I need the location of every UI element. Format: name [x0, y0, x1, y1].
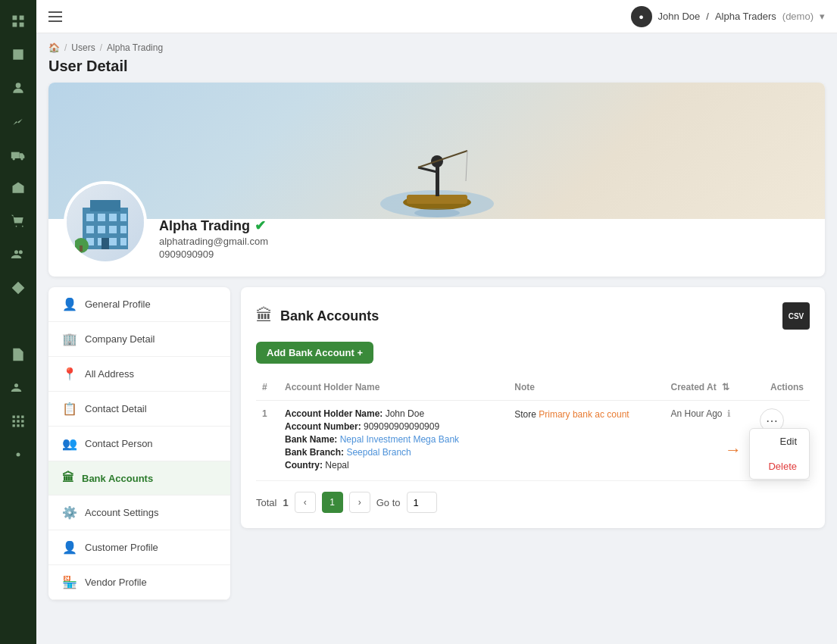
- nav-label-vendor-profile: Vendor Profile: [85, 577, 147, 588]
- breadcrumb: 🏠 / Users / Alpha Trading: [48, 42, 825, 53]
- content-wrapper: 🏠 / Users / Alpha Trading User Detail: [36, 33, 837, 644]
- svg-rect-25: [21, 420, 23, 422]
- main-area: ● John Doe / Alpha Traders (demo) ▾ 🏠 / …: [36, 0, 837, 644]
- svg-point-8: [20, 158, 23, 160]
- svg-point-11: [14, 250, 18, 254]
- svg-rect-24: [17, 420, 19, 422]
- left-nav: 👤General Profile🏢Company Detail📍All Addr…: [48, 287, 230, 600]
- svg-rect-28: [21, 424, 23, 427]
- panel-title: Bank Accounts: [280, 308, 379, 324]
- sidebar-icon-user[interactable]: [5, 74, 32, 102]
- svg-point-9: [16, 226, 17, 227]
- total-count: 1: [283, 497, 288, 508]
- sidebar-icon-dashboard[interactable]: [5, 8, 32, 35]
- nav-label-company-detail: Company Detail: [85, 333, 155, 345]
- sidebar-item-customer-profile[interactable]: 👤Customer Profile: [48, 530, 230, 565]
- svg-rect-44: [120, 214, 126, 221]
- top-bar-right: ● John Doe / Alpha Traders (demo) ▾: [631, 6, 825, 27]
- svg-rect-21: [17, 416, 19, 418]
- sidebar-item-all-address[interactable]: 📍All Address: [48, 357, 230, 392]
- row-holder-details: Account Holder Name: John Doe Account Nu…: [279, 401, 508, 481]
- sidebar-item-company-detail[interactable]: 🏢Company Detail: [48, 322, 230, 357]
- svg-point-4: [16, 83, 21, 88]
- user-dropdown-caret[interactable]: ▾: [820, 11, 825, 22]
- edit-menu-item[interactable]: Edit: [750, 429, 809, 454]
- sidebar-item-general-profile[interactable]: 👤General Profile: [48, 287, 230, 322]
- sidebar-icon-box[interactable]: [5, 174, 32, 202]
- sidebar-icon-settings[interactable]: [5, 441, 32, 468]
- nav-label-general-profile: General Profile: [85, 299, 151, 310]
- svg-rect-46: [98, 226, 105, 233]
- total-label: Total: [256, 497, 276, 508]
- sidebar-item-bank-accounts[interactable]: 🏛Bank Accounts: [48, 461, 230, 496]
- nav-label-contact-person: Contact Person: [85, 438, 153, 449]
- svg-rect-53: [102, 238, 109, 249]
- two-col-layout: 👤General Profile🏢Company Detail📍All Addr…: [48, 287, 825, 600]
- separator: /: [706, 11, 709, 22]
- svg-rect-40: [90, 200, 120, 211]
- row-note: Store Primary bank ac count: [508, 401, 664, 481]
- col-note: Note: [508, 374, 664, 401]
- col-num: #: [256, 374, 279, 401]
- svg-rect-55: [80, 245, 83, 252]
- svg-point-13: [17, 286, 19, 289]
- row-num: 1: [256, 401, 279, 481]
- bank-icon: 🏛: [256, 306, 273, 326]
- svg-rect-2: [13, 23, 17, 27]
- svg-line-35: [418, 167, 437, 172]
- sidebar-icon-list[interactable]: [5, 308, 32, 335]
- sidebar-item-contact-person[interactable]: 👥Contact Person: [48, 427, 230, 461]
- sidebar-icon-users-plus[interactable]: [5, 374, 32, 402]
- sidebar-item-vendor-profile[interactable]: 🏪Vendor Profile: [48, 565, 230, 600]
- breadcrumb-home[interactable]: 🏠: [48, 42, 60, 53]
- profile-text: Alpha Trading ✔ alphatrading@gmail.com 0…: [159, 217, 268, 264]
- next-page-button[interactable]: ›: [349, 492, 370, 513]
- sidebar-icon-cart[interactable]: [5, 208, 32, 235]
- nav-icon-general-profile: 👤: [62, 297, 77, 311]
- svg-point-7: [13, 158, 15, 160]
- breadcrumb-users[interactable]: Users: [71, 42, 95, 53]
- svg-rect-42: [98, 214, 105, 221]
- svg-marker-6: [20, 153, 25, 158]
- sidebar-icon-chart[interactable]: [5, 108, 32, 135]
- breadcrumb-current: Alpha Trading: [107, 42, 163, 53]
- info-icon[interactable]: ℹ: [727, 408, 731, 419]
- user-avatar: ●: [631, 6, 652, 27]
- add-bank-account-button[interactable]: Add Bank Account +: [256, 342, 373, 364]
- col-holder: Account Holder Name: [279, 374, 508, 401]
- sort-icon[interactable]: ⇅: [722, 382, 729, 392]
- nav-icon-customer-profile: 👤: [62, 540, 77, 555]
- sidebar-icon-grid[interactable]: [5, 408, 32, 435]
- pagination-row: Total 1 ‹ 1 › Go to: [256, 492, 810, 513]
- svg-point-10: [22, 226, 23, 227]
- panel-header: 🏛 Bank Accounts CSV: [256, 302, 810, 330]
- actions-dropdown: Edit Delete: [749, 428, 810, 480]
- nav-icon-all-address: 📍: [62, 367, 77, 381]
- svg-line-37: [466, 151, 467, 181]
- sidebar-icon-file[interactable]: [5, 341, 32, 368]
- svg-rect-22: [21, 416, 23, 418]
- right-panel: 🏛 Bank Accounts CSV Add Bank Account + #…: [241, 287, 825, 528]
- svg-rect-23: [13, 420, 15, 422]
- sidebar-icon-tag[interactable]: [5, 274, 32, 302]
- sidebar-icon-book[interactable]: [5, 41, 32, 68]
- nav-icon-bank-accounts: 🏛: [62, 471, 74, 485]
- company-tag: (demo): [782, 11, 814, 22]
- current-page-button[interactable]: 1: [322, 492, 343, 513]
- goto-page-input[interactable]: [407, 492, 437, 513]
- sidebar-icon-people[interactable]: [5, 241, 32, 268]
- sidebar-item-contact-detail[interactable]: 📋Contact Detail: [48, 392, 230, 427]
- svg-rect-27: [17, 424, 19, 427]
- csv-export-button[interactable]: CSV: [782, 302, 810, 330]
- nav-icon-vendor-profile: 🏪: [62, 575, 77, 589]
- svg-rect-47: [109, 226, 117, 233]
- svg-line-36: [418, 151, 467, 167]
- sidebar-item-account-settings[interactable]: ⚙️Account Settings: [48, 496, 230, 530]
- sidebar-icon-truck[interactable]: [5, 141, 32, 168]
- svg-point-17: [14, 383, 18, 387]
- delete-menu-item[interactable]: Delete: [750, 454, 809, 479]
- hamburger-menu[interactable]: [48, 11, 62, 22]
- svg-rect-41: [86, 214, 94, 221]
- prev-page-button[interactable]: ‹: [295, 492, 316, 513]
- nav-label-all-address: All Address: [85, 368, 134, 380]
